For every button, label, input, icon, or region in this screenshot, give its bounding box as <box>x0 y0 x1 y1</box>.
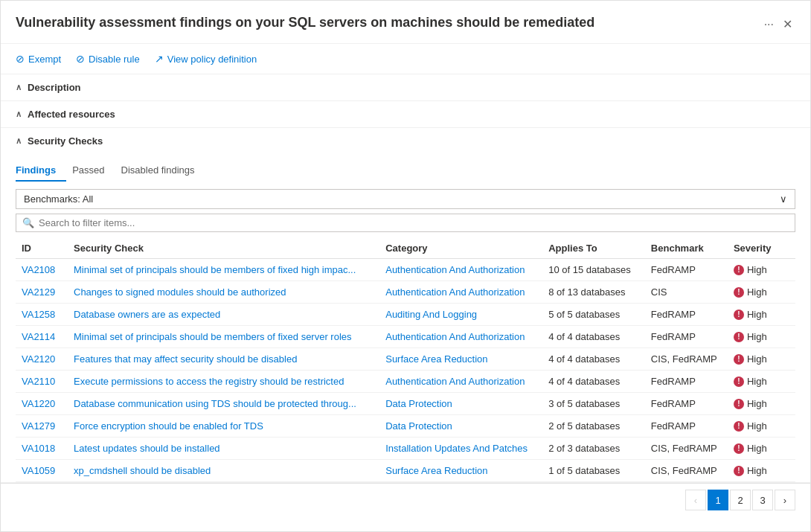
cell-severity: ! High <box>728 460 795 482</box>
findings-table-wrap: ID Security Check Category Applies To Be… <box>16 238 795 482</box>
cell-severity: ! High <box>728 304 795 326</box>
more-options-button[interactable]: ··· <box>761 15 777 34</box>
severity-label: High <box>747 398 767 409</box>
severity-label: High <box>747 443 767 454</box>
affected-resources-header[interactable]: ∧ Affected resources <box>1 101 810 127</box>
cell-applies: 1 of 5 databases <box>542 460 645 482</box>
cell-id: VA2110 <box>16 371 68 393</box>
close-icon: ✕ <box>783 17 792 31</box>
severity-icon: ! <box>734 421 744 432</box>
page-1-button[interactable]: 1 <box>708 490 728 510</box>
table-row[interactable]: VA1258 Database owners are as expected A… <box>16 304 795 326</box>
table-row[interactable]: VA2129 Changes to signed modules should … <box>16 281 795 304</box>
cell-applies: 4 of 4 databases <box>542 326 645 348</box>
cell-severity: ! High <box>728 371 795 393</box>
description-header[interactable]: ∧ Description <box>1 74 810 100</box>
col-header-id: ID <box>16 238 68 259</box>
cell-severity: ! High <box>728 415 795 438</box>
benchmark-select-label: Benchmarks: All <box>24 193 93 205</box>
severity-icon: ! <box>734 332 744 342</box>
severity-label: High <box>747 286 767 298</box>
cell-benchmark: FedRAMP <box>645 393 728 415</box>
tab-disabled-findings[interactable]: Disabled findings <box>121 160 205 182</box>
cell-severity: ! High <box>728 326 795 348</box>
tab-findings[interactable]: Findings <box>16 160 66 182</box>
close-button[interactable]: ✕ <box>780 14 795 34</box>
table-row[interactable]: VA1018 Latest updates should be installe… <box>16 438 795 460</box>
severity-icon: ! <box>734 310 744 320</box>
exempt-label: Exempt <box>28 54 61 65</box>
cell-benchmark: CIS, FedRAMP <box>645 348 728 371</box>
description-chevron: ∧ <box>16 83 22 92</box>
search-input[interactable] <box>39 217 789 228</box>
cell-id: VA2120 <box>16 348 68 371</box>
cell-applies: 2 of 3 databases <box>542 438 645 460</box>
cell-benchmark: FedRAMP <box>645 371 728 393</box>
cell-id: VA2108 <box>16 259 68 281</box>
more-icon: ··· <box>764 18 774 31</box>
tab-passed[interactable]: Passed <box>72 160 115 182</box>
description-section: ∧ Description <box>1 74 810 101</box>
cell-check: Changes to signed modules should be auth… <box>68 281 379 304</box>
disable-rule-label: Disable rule <box>89 54 140 65</box>
severity-label: High <box>747 420 767 432</box>
col-header-category: Category <box>379 238 542 259</box>
disable-rule-button[interactable]: ⊘ Disable rule <box>76 50 140 68</box>
cell-id: VA2129 <box>16 281 68 304</box>
cell-category: Authentication And Authorization <box>379 281 542 304</box>
cell-id: VA1220 <box>16 393 68 415</box>
severity-label: High <box>747 264 767 275</box>
security-checks-header[interactable]: ∧ Security Checks <box>1 128 810 154</box>
view-policy-icon: ↗ <box>155 53 164 65</box>
table-row[interactable]: VA1059 xp_cmdshell should be disabled Su… <box>16 460 795 482</box>
severity-icon: ! <box>734 399 744 409</box>
disable-rule-icon: ⊘ <box>76 53 85 65</box>
toolbar: ⊘ Exempt ⊘ Disable rule ↗ View policy de… <box>1 44 810 74</box>
cell-check: xp_cmdshell should be disabled <box>68 460 379 482</box>
cell-check: Features that may affect security should… <box>68 348 379 371</box>
cell-severity: ! High <box>728 348 795 371</box>
prev-page-button[interactable]: ‹ <box>685 490 706 510</box>
table-row[interactable]: VA2110 Execute permissions to access the… <box>16 371 795 393</box>
cell-check: Minimal set of principals should be memb… <box>68 326 379 348</box>
cell-id: VA1018 <box>16 438 68 460</box>
cell-check: Database owners are as expected <box>68 304 379 326</box>
exempt-button[interactable]: ⊘ Exempt <box>16 50 61 68</box>
cell-applies: 10 of 15 databases <box>542 259 645 281</box>
col-header-severity: Severity <box>728 238 795 259</box>
page-2-button[interactable]: 2 <box>730 490 751 510</box>
cell-id: VA1059 <box>16 460 68 482</box>
severity-icon: ! <box>734 287 744 298</box>
col-header-benchmark: Benchmark <box>645 238 728 259</box>
security-checks-content: Findings Passed Disabled findings Benchm… <box>1 154 810 482</box>
main-panel: Vulnerability assessment findings on you… <box>0 0 811 532</box>
description-label: Description <box>28 82 81 93</box>
severity-label: High <box>747 465 767 476</box>
affected-resources-chevron: ∧ <box>16 109 22 119</box>
cell-check: Execute permissions to access the regist… <box>68 371 379 393</box>
panel-top-actions: ··· ✕ <box>761 14 795 34</box>
page-3-button[interactable]: 3 <box>752 490 773 510</box>
cell-category: Authentication And Authorization <box>379 326 542 348</box>
benchmark-filter-row: Benchmarks: All ∨ <box>16 189 795 209</box>
benchmark-select[interactable]: Benchmarks: All ∨ <box>16 189 795 209</box>
table-row[interactable]: VA2114 Minimal set of principals should … <box>16 326 795 348</box>
next-page-button[interactable]: › <box>775 490 795 510</box>
view-policy-button[interactable]: ↗ View policy definition <box>155 50 257 68</box>
table-row[interactable]: VA2120 Features that may affect security… <box>16 348 795 371</box>
table-header: ID Security Check Category Applies To Be… <box>16 238 795 259</box>
cell-benchmark: FedRAMP <box>645 304 728 326</box>
cell-check: Database communication using TDS should … <box>68 393 379 415</box>
cell-category: Surface Area Reduction <box>379 460 542 482</box>
table-row[interactable]: VA1220 Database communication using TDS … <box>16 393 795 415</box>
view-policy-label: View policy definition <box>167 54 257 65</box>
cell-id: VA1279 <box>16 415 68 438</box>
security-checks-chevron: ∧ <box>16 136 22 146</box>
cell-benchmark: CIS <box>645 281 728 304</box>
severity-label: High <box>747 309 767 320</box>
table-row[interactable]: VA2108 Minimal set of principals should … <box>16 259 795 281</box>
affected-resources-label: Affected resources <box>28 109 115 120</box>
cell-benchmark: FedRAMP <box>645 326 728 348</box>
severity-icon: ! <box>734 265 744 275</box>
table-row[interactable]: VA1279 Force encryption should be enable… <box>16 415 795 438</box>
